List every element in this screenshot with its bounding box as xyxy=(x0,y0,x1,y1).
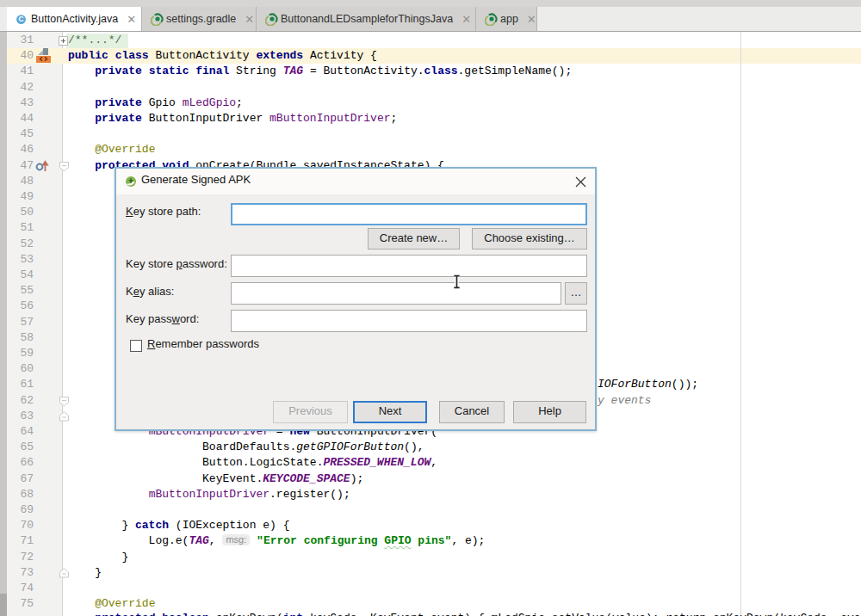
svg-text:C: C xyxy=(18,15,23,23)
